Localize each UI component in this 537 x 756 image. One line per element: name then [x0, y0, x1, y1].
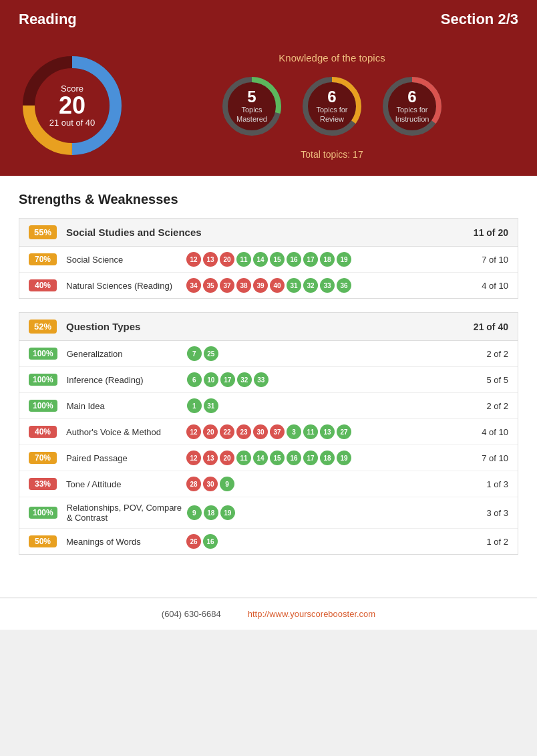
q-green: 31: [204, 398, 218, 413]
sub-pct-1-3: 40%: [29, 426, 57, 438]
q-green: 17: [220, 372, 235, 387]
sub-row-0-1: 40% Natural Sciences (Reading) 343537383…: [19, 273, 518, 298]
q-red: 37: [220, 278, 234, 293]
sub-score-1-0: 2 of 2: [486, 349, 508, 359]
category-name-0: Social Studies and Sciences: [66, 227, 474, 238]
q-red: 20: [203, 424, 218, 439]
q-red: 20: [220, 252, 234, 267]
questions-area-1-2: 131: [187, 398, 482, 413]
topic-num-0: 5: [236, 89, 267, 105]
footer-website[interactable]: http://www.yourscorebooster.com: [248, 609, 375, 619]
sub-pct-1-0: 100%: [29, 348, 57, 360]
sub-score-1-4: 7 of 10: [482, 453, 508, 463]
score-donut: Score 20 21 out of 40: [19, 52, 126, 159]
q-red: 35: [203, 278, 218, 293]
sub-name-1-3: Author's Voice & Method: [66, 427, 186, 437]
score-sub: 21 out of 40: [49, 118, 96, 128]
q-red: 13: [203, 252, 218, 267]
sub-score-0-1: 4 of 10: [482, 281, 508, 291]
sub-row-0-0: 70% Social Science 12132011141516171819 …: [19, 247, 518, 273]
questions-area-0-0: 12132011141516171819: [186, 252, 476, 267]
q-green: 10: [204, 372, 218, 387]
q-green: 9: [187, 505, 202, 520]
q-green: 13: [320, 424, 335, 439]
sub-name-1-1: Inference (Reading): [67, 375, 187, 385]
q-red: 30: [253, 424, 268, 439]
sub-pct-1-2: 100%: [29, 400, 57, 412]
category-header-1: 52% Question Types 21 of 40: [19, 313, 518, 341]
q-green: 36: [337, 278, 351, 293]
q-red: 12: [186, 451, 201, 465]
score-number: 20: [49, 94, 96, 118]
q-red: 12: [186, 252, 201, 267]
sub-row-1-6: 100% Relationships, POV, Compare & Contr…: [19, 497, 518, 529]
q-red: 22: [220, 424, 234, 439]
sub-pct-1-1: 100%: [29, 374, 57, 386]
q-green: 11: [303, 424, 318, 439]
q-green: 11: [236, 252, 251, 267]
q-red: 39: [253, 278, 268, 293]
q-green: 17: [303, 451, 318, 465]
q-green: 1: [187, 398, 202, 413]
header: Reading Section 2/3: [0, 0, 537, 39]
sub-pct-0-0: 70%: [29, 253, 57, 265]
questions-area-1-5: 28309: [186, 477, 481, 491]
total-topics: Total topics: 17: [146, 149, 518, 160]
sub-pct-1-6: 100%: [29, 507, 57, 519]
q-green: 15: [270, 252, 285, 267]
sub-score-1-1: 5 of 5: [486, 375, 508, 385]
topic-circle-wrap-0: 5 TopicsMastered: [218, 73, 285, 140]
topic-label-2: Topics forInstruction: [395, 105, 429, 124]
circles-row: 5 TopicsMastered 6 Topics forReview 6 To…: [146, 73, 518, 140]
questions-area-1-6: 91819: [187, 505, 482, 520]
sub-name-0-0: Social Science: [66, 255, 186, 265]
footer-phone: (604) 630-6684: [162, 609, 221, 619]
q-red: 13: [203, 451, 218, 465]
q-green: 33: [320, 278, 335, 293]
sub-score-1-7: 1 of 2: [486, 537, 508, 547]
q-red: 30: [203, 477, 218, 491]
q-green: 31: [287, 278, 301, 293]
categories-container: 55% Social Studies and Sciences 11 of 20…: [19, 218, 518, 555]
score-text: Score 20 21 out of 40: [49, 84, 96, 128]
sub-name-1-7: Meanings of Words: [66, 537, 186, 547]
questions-area-1-7: 2616: [186, 534, 481, 549]
sub-row-1-1: 100% Inference (Reading) 610173233 5 of …: [19, 367, 518, 393]
topic-num-1: 6: [316, 89, 347, 105]
q-green: 33: [254, 372, 268, 387]
category-pct-0: 55%: [29, 225, 57, 239]
q-red: 28: [186, 477, 201, 491]
q-green: 32: [303, 278, 318, 293]
topic-circle-wrap-2: 6 Topics forInstruction: [379, 73, 445, 140]
sub-pct-0-1: 40%: [29, 279, 57, 291]
q-red: 23: [236, 424, 251, 439]
q-green: 18: [204, 505, 218, 520]
q-green: 7: [187, 346, 202, 361]
score-section: Score 20 21 out of 40 Knowledge of the t…: [0, 39, 537, 176]
topics-area: Knowledge of the topics 5 TopicsMastered…: [146, 52, 518, 160]
q-green: 16: [287, 252, 301, 267]
q-red: 12: [186, 424, 201, 439]
circle-inner-1: 6 Topics forReview: [316, 89, 347, 124]
sub-row-1-0: 100% Generalization 725 2 of 2: [19, 341, 518, 367]
topic-circle-0: 5 TopicsMastered: [218, 73, 285, 140]
q-green: 6: [187, 372, 202, 387]
topic-circle-1: 6 Topics forReview: [299, 73, 365, 140]
q-red: 26: [186, 534, 201, 549]
page: Reading Section 2/3 Score 20 21 out of 4…: [0, 0, 537, 630]
questions-area-1-4: 12132011141516171819: [186, 451, 476, 465]
q-red: 20: [220, 451, 234, 465]
sub-pct-1-4: 70%: [29, 452, 57, 464]
q-green: 17: [303, 252, 318, 267]
circle-inner-0: 5 TopicsMastered: [236, 89, 267, 124]
q-green: 19: [337, 451, 351, 465]
knowledge-title: Knowledge of the topics: [146, 52, 518, 64]
sub-score-1-2: 2 of 2: [486, 401, 508, 411]
sub-name-1-4: Paired Passage: [66, 453, 186, 463]
questions-area-1-3: 1220222330373111327: [186, 424, 476, 439]
q-green: 19: [337, 252, 351, 267]
page-title: Reading: [19, 11, 77, 28]
category-header-0: 55% Social Studies and Sciences 11 of 20: [19, 219, 518, 247]
questions-area-0-1: 34353738394031323336: [186, 278, 476, 293]
category-block-0: 55% Social Studies and Sciences 11 of 20…: [19, 218, 518, 299]
